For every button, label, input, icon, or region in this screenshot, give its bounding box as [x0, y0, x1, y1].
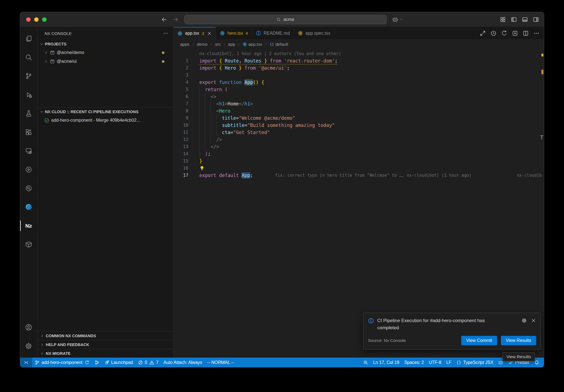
code-line[interactable]: 16 [173, 165, 544, 172]
copilot-menu[interactable] [392, 17, 403, 23]
code-line[interactable]: 7 <h1>Home</h1> [173, 100, 544, 107]
sidebar-section-help-and-feedback[interactable]: HELP AND FEEDBACK [37, 340, 173, 349]
code-line[interactable]: 17export default App;fix: correct typo i… [173, 172, 544, 179]
project-item-acme-demo[interactable]: @acme/demo [37, 48, 173, 57]
status-cursor-position[interactable]: Ln 17, Col 19 [371, 358, 402, 367]
status-git-branch[interactable]: add-hero-component [32, 358, 92, 367]
customize-layout-icon[interactable] [500, 17, 506, 23]
line-number[interactable]: 11 [173, 129, 188, 136]
activity-bar-item-code-search[interactable] [20, 179, 37, 198]
open-changes-icon[interactable] [480, 30, 486, 36]
split-editor-icon[interactable] [523, 30, 529, 36]
more-actions-icon[interactable] [163, 31, 168, 36]
code-line[interactable]: 12 /> [173, 136, 544, 143]
close-tab-icon[interactable] [207, 31, 212, 36]
line-number[interactable]: 6 [173, 93, 188, 100]
toggle-primary-sidebar-icon[interactable] [511, 17, 517, 23]
line-number[interactable]: 1 [173, 57, 188, 64]
status-language-mode[interactable]: TypeScript JSX [454, 358, 496, 367]
line-number[interactable]: 5 [173, 86, 188, 93]
refresh-icon[interactable] [501, 30, 507, 36]
code-line[interactable]: 3 [173, 72, 544, 79]
status-launchpad[interactable]: Launchpad [102, 358, 135, 367]
run-code-icon[interactable] [512, 30, 518, 36]
sidebar-section-nx-migrate[interactable]: NX MIGRATE [37, 349, 173, 358]
timeline-icon[interactable] [490, 30, 497, 36]
activity-bar-item-run-debug[interactable] [20, 85, 37, 104]
notification-settings-icon[interactable] [522, 318, 527, 323]
code-line[interactable]: 5 return ( [173, 86, 544, 93]
line-number[interactable]: 13 [173, 143, 188, 150]
navigate-back-icon[interactable] [161, 17, 167, 23]
code-line[interactable]: 4export function App() { [173, 79, 544, 86]
breadcrumb-item-app[interactable]: app [228, 42, 235, 47]
line-number[interactable]: 8 [173, 107, 188, 115]
line-number[interactable]: 14 [173, 150, 188, 157]
code-line[interactable]: 1import { Route, Routes } from 'react-ro… [173, 57, 544, 64]
more-actions-icon[interactable] [533, 30, 539, 36]
line-number[interactable]: 17 [173, 172, 188, 179]
nx-cloud-section-header[interactable]: NX CLOUD :: RECENT CI PIPELINE EXECUTION… [37, 107, 173, 116]
toggle-secondary-sidebar-icon[interactable] [533, 17, 539, 23]
status-encoding[interactable]: UTF-8 [426, 358, 444, 367]
toggle-panel-icon[interactable] [522, 17, 528, 23]
status-auto-attach[interactable]: Auto Attach: Always [161, 358, 205, 367]
sidebar-section-common-nx-commands[interactable]: COMMON NX COMMANDS [37, 331, 173, 340]
tab-app-spec-tsx[interactable]: app.spec.tsx [294, 27, 334, 39]
activity-bar-item-settings[interactable] [20, 337, 37, 355]
line-number[interactable]: 9 [173, 115, 188, 122]
activity-bar-item-nx-cloud[interactable] [20, 235, 37, 254]
view-results-button[interactable]: View Results [501, 336, 536, 345]
activity-bar-item-edge-tools[interactable] [20, 198, 37, 216]
line-number[interactable]: 16 [173, 165, 188, 172]
status-commit-graph[interactable] [92, 358, 102, 367]
minimize-window-button[interactable] [34, 17, 39, 22]
project-item-acme-ui[interactable]: @acme/ui [37, 57, 173, 66]
breadcrumb-item-default[interactable]: default [270, 42, 288, 47]
code-line[interactable]: 9 title="Welcome @acme/demo" [173, 115, 544, 122]
status-remote[interactable] [20, 358, 32, 367]
notification-close-icon[interactable] [531, 318, 536, 323]
line-number[interactable]: 12 [173, 136, 188, 143]
line-number[interactable]: 15 [173, 157, 188, 165]
close-window-button[interactable] [26, 17, 31, 22]
status-zoom[interactable] [361, 358, 371, 367]
status-eol[interactable]: LF [444, 358, 454, 367]
tab-hero-tsx[interactable]: hero.tsx4 [216, 27, 252, 39]
code-line[interactable]: 6 <> [173, 93, 544, 100]
activity-bar-item-search[interactable] [20, 48, 37, 67]
activity-bar-item-explorer[interactable] [20, 29, 37, 48]
activity-bar-item-accounts[interactable] [20, 318, 37, 337]
pipeline-execution-item[interactable]: add-hero-component - Merge 409b4e4cb02..… [37, 116, 173, 125]
breadcrumb-item-app-tsx[interactable]: app.tsx [243, 42, 262, 47]
code-line[interactable]: 15} [173, 157, 544, 165]
status-problems[interactable]: 07 [135, 358, 161, 367]
activity-bar-item-extensions[interactable] [20, 123, 37, 141]
view-commit-button[interactable]: View Commit [461, 336, 497, 345]
tab-app-tsx[interactable]: app.tsx3 [173, 27, 216, 40]
code-line[interactable]: 11 cta="Get Started" [173, 129, 544, 136]
line-number[interactable]: 7 [173, 100, 188, 107]
breadcrumb-item-demo[interactable]: demo [197, 42, 208, 47]
command-center-search[interactable]: acme [184, 15, 387, 24]
line-number[interactable]: 4 [173, 79, 188, 86]
tab-readme-md[interactable]: README.md [252, 27, 294, 39]
code-editor[interactable]: nx-cloud[bot], 1 hour ago | 2 authors (Y… [173, 49, 544, 358]
code-line[interactable]: 14 ); [173, 150, 544, 157]
line-number[interactable]: 3 [173, 72, 188, 79]
activity-bar-item-remote-explorer[interactable] [20, 141, 37, 160]
line-number[interactable]: 10 [173, 122, 188, 129]
zoom-window-button[interactable] [42, 17, 47, 22]
activity-bar-item-run-target[interactable] [20, 160, 37, 179]
activity-bar-item-testing[interactable] [20, 104, 37, 123]
breadcrumb-item-apps[interactable]: apps [180, 42, 189, 47]
activity-bar-item-source-control[interactable] [20, 67, 37, 85]
line-number[interactable]: 2 [173, 64, 188, 72]
status-vim-mode[interactable]: -- NORMAL -- [205, 358, 237, 367]
code-action-lightbulb-icon[interactable] [199, 165, 205, 171]
activity-bar-item-nx-console[interactable]: N≥ [20, 216, 37, 235]
projects-section-header[interactable]: PROJECTS [37, 40, 173, 48]
code-line[interactable]: 13 </> [173, 143, 544, 150]
code-line[interactable]: 2import { Hero } from '@acme/ui'; [173, 64, 544, 72]
navigate-forward-icon[interactable] [173, 17, 179, 23]
